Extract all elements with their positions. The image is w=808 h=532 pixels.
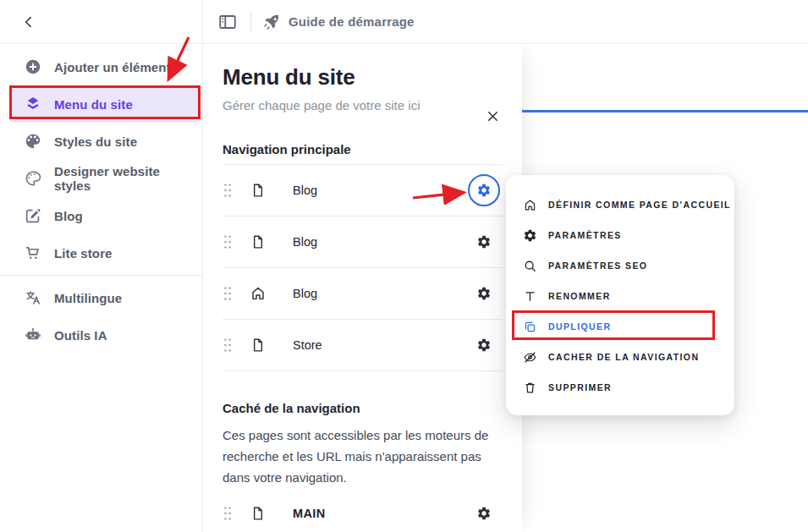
sidebar-item-label: Menu du site <box>54 97 133 112</box>
page-row-main[interactable]: MAIN <box>223 495 503 532</box>
content-top-blue-line <box>522 110 808 112</box>
context-menu-item-parametres[interactable]: PARAMÈTRES <box>506 220 734 250</box>
sidebar-item-designer-website-styles[interactable]: Designer website styles <box>12 160 199 197</box>
home-icon <box>523 198 537 212</box>
close-icon <box>485 108 501 124</box>
page-icon <box>250 233 267 250</box>
gear-icon <box>523 228 537 243</box>
drag-handle-icon[interactable] <box>223 505 233 522</box>
hidden-section-heading: Caché de la navigation <box>223 401 503 415</box>
back-button[interactable] <box>17 10 41 34</box>
context-menu-item-label: CACHER DE LA NAVIGATION <box>548 352 699 362</box>
gear-icon <box>476 337 492 353</box>
page-row-label: Blog <box>293 184 468 197</box>
page-settings-button[interactable] <box>468 277 500 310</box>
context-menu-item-cacher-de-la-navigation[interactable]: CACHER DE LA NAVIGATION <box>506 342 734 372</box>
eye-off-icon <box>523 350 537 365</box>
nav-rows: Blog Blog Blog Store <box>223 164 503 371</box>
site-menu-panel: Menu du site Gérer chaque page de votre … <box>203 44 522 532</box>
gear-icon <box>476 286 492 301</box>
sidebar-divider <box>0 275 202 276</box>
toggle-sidebar-button[interactable] <box>216 10 239 34</box>
context-menu-item-parametres-seo[interactable]: PARAMÈTRES SEO <box>506 250 734 281</box>
sidebar-item-label: Ajouter un élément <box>54 60 171 74</box>
page-icon <box>250 337 267 354</box>
drag-handle-icon[interactable] <box>223 285 233 302</box>
top-bar-left <box>0 0 203 43</box>
chevron-left-icon <box>20 14 37 30</box>
page-row-label: Blog <box>293 235 468 249</box>
context-menu-item-dupliquer[interactable]: DUPLIQUER <box>506 311 734 342</box>
translate-icon <box>24 288 42 307</box>
close-button[interactable] <box>483 107 502 125</box>
sidebar-item-lite-store[interactable]: Lite store <box>12 234 199 271</box>
context-menu-item-supprimer[interactable]: SUPPRIMER <box>506 372 734 403</box>
page-settings-button[interactable] <box>468 226 500 258</box>
top-bar: Guide de démarrage <box>0 0 808 44</box>
gear-icon <box>476 506 492 521</box>
hidden-rows: MAIN <box>223 495 503 532</box>
sidebar-item-label: Multilingue <box>54 291 122 305</box>
left-sidebar: Ajouter un élément Menu du site Styles d… <box>0 44 203 532</box>
gear-icon <box>476 234 492 250</box>
panel-subtitle: Gérer chaque page de votre site ici <box>223 98 503 112</box>
rocket-icon <box>262 13 281 31</box>
hidden-section-description: Ces pages sont accessibles par les moteu… <box>223 425 503 488</box>
panel-toggle-icon <box>217 12 238 32</box>
page-settings-button[interactable] <box>468 497 500 529</box>
trash-icon <box>523 381 537 395</box>
hidden-section: Caché de la navigation Ces pages sont ac… <box>223 401 503 532</box>
edit-icon <box>24 206 42 225</box>
sidebar-item-blog[interactable]: Blog <box>12 197 199 234</box>
page-row-store[interactable]: Store <box>223 320 503 371</box>
context-menu-item-label: RENOMMER <box>548 291 611 301</box>
sidebar-item-label: Blog <box>54 209 83 223</box>
page-settings-button[interactable] <box>468 329 500 361</box>
search-icon <box>523 259 537 273</box>
page-row-blog[interactable]: Blog <box>223 217 503 268</box>
sidebar-item-menu-du-site[interactable]: Menu du site <box>12 85 199 123</box>
getting-started-guide-button[interactable]: Guide de démarrage <box>262 13 415 31</box>
guide-label: Guide de démarrage <box>289 14 415 29</box>
sidebar-item-label: Outils IA <box>54 328 107 343</box>
context-menu-item-renommer[interactable]: RENOMMER <box>506 281 734 311</box>
layers-icon <box>24 95 42 113</box>
context-menu-item-definir-comme-page-d-accueil[interactable]: DÉFINIR COMME PAGE D'ACCUEIL <box>506 189 734 220</box>
drag-handle-icon[interactable] <box>223 233 233 250</box>
sidebar-item-label: Designer website styles <box>54 164 199 193</box>
sidebar-item-styles-du-site[interactable]: Styles du site <box>12 123 199 160</box>
drag-handle-icon[interactable] <box>223 337 233 354</box>
text-icon <box>523 289 537 304</box>
topbar-divider <box>250 12 251 32</box>
gear-icon <box>476 183 492 198</box>
palette-filled-icon <box>24 132 42 151</box>
drag-handle-icon[interactable] <box>223 182 233 199</box>
sidebar-item-multilingue[interactable]: Multilingue <box>12 279 199 316</box>
robot-icon <box>24 326 42 344</box>
page-row-blog[interactable]: Blog <box>223 165 503 217</box>
context-menu-item-label: PARAMÈTRES SEO <box>548 261 647 271</box>
page-context-menu: DÉFINIR COMME PAGE D'ACCUEIL PARAMÈTRES … <box>506 175 734 415</box>
sidebar-item-outils-ia[interactable]: Outils IA <box>12 316 199 354</box>
context-menu-item-label: DUPLIQUER <box>548 321 611 332</box>
cart-icon <box>24 244 42 262</box>
context-menu-item-label: PARAMÈTRES <box>548 230 622 240</box>
context-menu-item-label: SUPPRIMER <box>548 382 612 392</box>
page-icon <box>250 182 267 199</box>
palette-outline-icon <box>24 169 42 188</box>
sidebar-item-ajouter-un-element[interactable]: Ajouter un élément <box>12 48 199 85</box>
nav-section-heading: Navigation principale <box>223 142 503 156</box>
sidebar-item-label: Styles du site <box>54 134 137 149</box>
page-settings-button[interactable] <box>468 174 500 206</box>
plus-circle-icon <box>24 58 42 76</box>
top-bar-main: Guide de démarrage <box>203 0 808 43</box>
page-icon <box>250 505 267 522</box>
context-menu-item-label: DÉFINIR COMME PAGE D'ACCUEIL <box>548 200 731 210</box>
home-icon <box>250 285 267 302</box>
duplicate-icon <box>523 320 537 334</box>
panel-title: Menu du site <box>223 64 503 90</box>
page-row-label: Store <box>293 338 468 352</box>
sidebar-item-label: Lite store <box>54 246 113 261</box>
page-row-blog[interactable]: Blog <box>223 268 503 320</box>
page-row-label: MAIN <box>293 507 468 520</box>
